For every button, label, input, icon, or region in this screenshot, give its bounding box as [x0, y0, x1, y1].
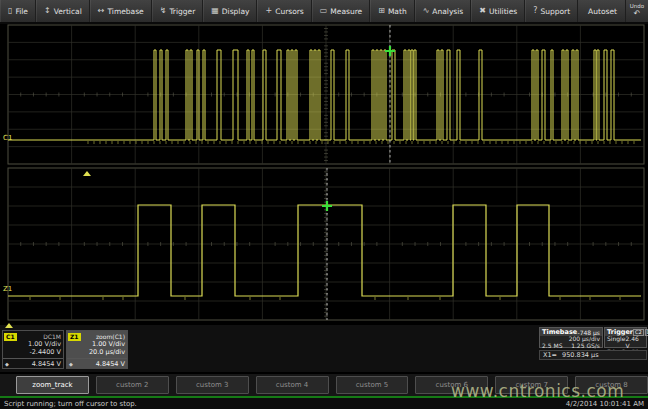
watermark: www.cntronics.com	[451, 381, 624, 401]
menu-item-label: Analysis	[432, 7, 463, 16]
menu-item-label: Trigger	[169, 7, 195, 16]
timebase-rate: 1.25 GS/s	[571, 343, 600, 350]
c1-badge: C1	[4, 333, 17, 341]
menu-item-label: Support	[540, 7, 570, 16]
oscilloscope-app: ▯File↕Vertical↔Timebase↯Trigger▦Display+…	[0, 0, 648, 409]
menu-item-label: Display	[222, 7, 250, 16]
cursor-crosshair-icon: +	[265, 7, 272, 15]
menubar-right: Autoset Undo ↶	[580, 0, 648, 22]
x1-label: X1=	[543, 351, 557, 359]
menu-item-trigger[interactable]: ↯Trigger	[152, 0, 204, 22]
bottom-cursor-cross-marker[interactable]	[322, 201, 332, 211]
menu-item-label: Utilities	[489, 7, 517, 16]
z1-badge: Z1	[68, 333, 81, 341]
menu-item-support[interactable]: ?Support	[525, 0, 578, 22]
trigger-time-marker[interactable]	[5, 323, 13, 328]
math-icon: ⊞	[378, 7, 385, 15]
tab-custom-3[interactable]: custom 3	[176, 376, 249, 394]
menu-item-timebase[interactable]: ↔Timebase	[90, 0, 152, 22]
utilities-icon: ✖	[479, 7, 486, 15]
menu-items: ▯File↕Vertical↔Timebase↯Trigger▦Display+…	[0, 0, 578, 22]
zoom-trigger-position-marker[interactable]	[83, 171, 91, 176]
display-grid-icon: ▦	[211, 7, 219, 15]
status-message: Script running; turn off cursor to stop.	[4, 400, 137, 408]
tab-custom-4[interactable]: custom 4	[256, 376, 329, 394]
z1-trace-label: Z1	[3, 286, 12, 293]
menu-item-label: Math	[388, 7, 407, 16]
c1-offset: -2.4400 V	[3, 349, 63, 357]
cursor-readout-strip: X1= 950.834 µs	[539, 350, 647, 360]
waveform-display	[0, 23, 648, 325]
x1-value: 950.834 µs	[562, 351, 598, 359]
menu-item-vertical[interactable]: ↕Vertical	[36, 0, 90, 22]
z1-source: zoom(C1)	[96, 333, 125, 340]
timebase-samples: 2.5 MS	[542, 343, 562, 350]
menu-item-display[interactable]: ▦Display	[203, 0, 257, 22]
file-icon: ▯	[8, 7, 12, 15]
menu-bar: ▯File↕Vertical↔Timebase↯Trigger▦Display+…	[0, 0, 648, 24]
menu-item-label: File	[15, 7, 28, 16]
undo-icon: ↶	[634, 10, 641, 18]
menu-item-label: Vertical	[54, 7, 82, 16]
undo-button[interactable]: Undo ↶	[625, 0, 648, 22]
autoset-button[interactable]: Autoset	[580, 7, 625, 16]
z1-tdiv: 20.0 µs/div	[67, 349, 127, 357]
menu-item-analysis[interactable]: ∿Analysis	[415, 0, 472, 22]
menu-item-cursors[interactable]: +Cursors	[257, 0, 311, 22]
measure-caliper-icon: ▭	[320, 7, 328, 15]
menu-item-math[interactable]: ⊞Math	[370, 0, 414, 22]
menu-item-measure[interactable]: ▭Measure	[312, 0, 370, 22]
vertical-arrows-icon: ↕	[44, 7, 51, 15]
z1-level-value: 4.8454 V	[96, 360, 125, 368]
analysis-waveform-icon: ∿	[423, 7, 430, 15]
tab-custom-2[interactable]: custom 2	[96, 376, 169, 394]
menu-item-file[interactable]: ▯File	[0, 0, 36, 22]
z1-level-marker-icon: ◆	[69, 361, 73, 367]
tab-custom-5[interactable]: custom 5	[336, 376, 409, 394]
channel-descriptor-c1[interactable]: C1 DC1M 1.00 V/div -2.4400 V ◆ 4.8454 V	[2, 330, 64, 369]
support-icon: ?	[533, 7, 537, 15]
menu-item-utilities[interactable]: ✖Utilities	[471, 0, 525, 22]
trigger-edge-icon: ↯	[160, 7, 167, 15]
tab-zoom_track[interactable]: zoom_track	[16, 376, 89, 394]
c1-level-value: 4.8454 V	[32, 360, 61, 368]
trigger-panel[interactable]: Trigger C2 DC Single 2.46 V Edge Positiv…	[604, 327, 647, 348]
menu-item-label: Timebase	[107, 7, 143, 16]
c1-level-marker-icon: ◆	[5, 361, 9, 367]
c1-coupling: DC1M	[43, 333, 61, 340]
c1-trace-label: C1	[3, 135, 12, 142]
info-bar: C1 DC1M 1.00 V/div -2.4400 V ◆ 4.8454 V …	[0, 325, 648, 372]
c1-sample-ticks	[88, 141, 634, 144]
horizontal-arrows-icon: ↔	[98, 7, 105, 15]
menu-item-label: Cursors	[275, 7, 304, 16]
timebase-panel[interactable]: Timebase -748 µs 200 µs/div 2.5 MS 1.25 …	[539, 327, 603, 348]
zoom-descriptor-z1[interactable]: Z1 zoom(C1) 1.00 V/div 20.0 µs/div ◆ 4.8…	[66, 330, 128, 369]
menu-item-label: Measure	[330, 7, 362, 16]
